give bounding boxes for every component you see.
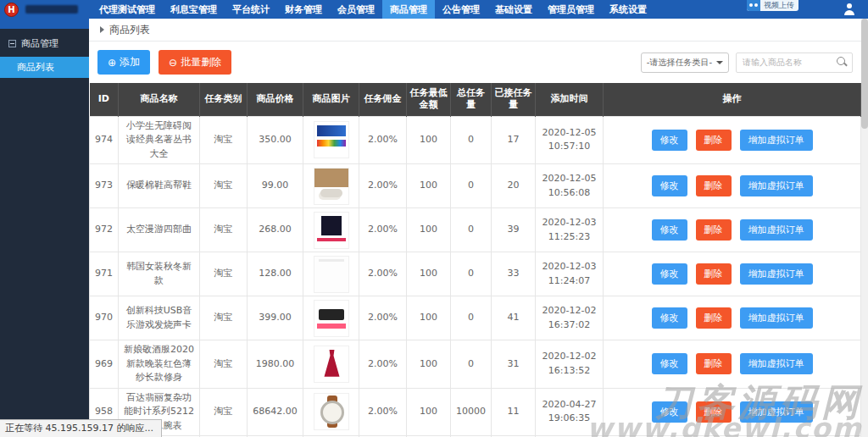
- cell-min_amount: 100: [407, 340, 451, 389]
- edit-button[interactable]: 修改: [652, 175, 687, 196]
- cell-accepted: 33: [492, 252, 536, 296]
- cell-price: 350.00: [248, 116, 303, 164]
- delete-button[interactable]: 删除: [696, 307, 732, 329]
- batch-delete-button[interactable]: ⊖ 批量删除: [159, 50, 231, 75]
- add-virtual-order-button[interactable]: 增加虚拟订单: [740, 130, 813, 151]
- add-virtual-order-button[interactable]: 增加虚拟订单: [740, 353, 813, 374]
- cell-commission: 2.00%: [359, 164, 407, 208]
- edit-button[interactable]: 修改: [652, 219, 687, 241]
- cell-total: 10000: [451, 388, 492, 436]
- chevron-down-icon: [716, 61, 723, 64]
- cell-price: 128.00: [248, 252, 303, 296]
- add-virtual-order-button[interactable]: 增加虚拟订单: [740, 401, 813, 423]
- cell-commission: 2.00%: [359, 296, 407, 340]
- search-input[interactable]: [736, 53, 853, 73]
- vertical-scrollbar[interactable]: [861, 19, 868, 437]
- nav-item-9[interactable]: 管理员管理: [540, 0, 602, 19]
- edit-button[interactable]: 修改: [652, 130, 687, 151]
- cell-product-image: [303, 116, 359, 164]
- toolbar: ⊕ 添加 ⊖ 批量删除 -请选择任务类目-: [89, 41, 861, 81]
- sidebar-group-product-management[interactable]: 商品管理: [0, 29, 89, 57]
- delete-button[interactable]: 删除: [696, 219, 732, 241]
- cell-commission: 2.00%: [359, 208, 407, 252]
- edit-button[interactable]: 修改: [652, 263, 687, 285]
- delete-button[interactable]: 删除: [696, 175, 732, 196]
- cell-accepted: 17: [492, 116, 536, 164]
- cell-id: 970: [90, 296, 119, 340]
- cell-id: 972: [90, 208, 119, 252]
- cell-actions: 修改删除增加虚拟订单: [604, 164, 861, 208]
- add-virtual-order-button[interactable]: 增加虚拟订单: [740, 307, 813, 329]
- nav-item-10[interactable]: 系统设置: [602, 0, 654, 19]
- nav-item-4[interactable]: 财务管理: [277, 0, 330, 19]
- cell-total: 0: [451, 116, 492, 164]
- cell-accepted: 31: [492, 340, 536, 389]
- cell-type: 淘宝: [200, 164, 248, 208]
- nav-item-5[interactable]: 会员管理: [330, 0, 382, 19]
- nav-item-1[interactable]: 代理测试管理: [92, 0, 163, 19]
- delete-button[interactable]: 删除: [696, 353, 732, 374]
- cell-type: 淘宝: [200, 388, 248, 436]
- column-header: 商品价格: [248, 83, 303, 116]
- cell-product-image: [303, 340, 359, 389]
- nav-item-2[interactable]: 利息宝管理: [163, 0, 225, 19]
- product-thumbnail-watch: [314, 393, 349, 430]
- cell-price: 399.00: [248, 296, 303, 340]
- cell-product-image: [303, 208, 359, 252]
- cell-type: 淘宝: [200, 116, 248, 164]
- browser-status-tooltip: 正在等待 45.195.159.17 的响应...: [0, 419, 162, 437]
- user-icon[interactable]: [843, 3, 856, 15]
- sidebar: 商品管理 商品列表: [0, 19, 89, 437]
- cell-total: 0: [451, 164, 492, 208]
- add-virtual-order-button[interactable]: 增加虚拟订单: [740, 219, 813, 241]
- delete-button[interactable]: 删除: [696, 263, 732, 285]
- cell-name: 保暖棉鞋高帮鞋: [119, 164, 200, 208]
- sidebar-item-product-list[interactable]: 商品列表: [0, 57, 89, 78]
- collapse-minus-icon: [8, 40, 16, 47]
- table-row: 970创新科技USB音乐游戏发烧声卡淘宝399.002.00%100041202…: [90, 296, 861, 340]
- add-virtual-order-button[interactable]: 增加虚拟订单: [740, 263, 813, 285]
- product-thumbnail-boxset: [314, 212, 349, 249]
- cell-name: 创新科技USB音乐游戏发烧声卡: [119, 296, 200, 340]
- table-row: 972太空漫游四部曲淘宝268.002.00%1000392020-12-03 …: [90, 208, 861, 252]
- cell-type: 淘宝: [200, 296, 248, 340]
- edit-button[interactable]: 修改: [652, 307, 687, 329]
- column-header: 商品名称: [119, 83, 200, 116]
- edit-button[interactable]: 修改: [652, 353, 687, 374]
- cell-min_amount: 100: [407, 252, 451, 296]
- table-row: 971韩国女装秋冬新款淘宝128.002.00%1000332020-12-03…: [90, 252, 861, 296]
- cell-time: 2020-12-03 11:25:23: [536, 208, 604, 252]
- product-thumbnail-soundcard: [314, 300, 349, 337]
- table-row: 974小学生无障碍阅读经典名著丛书大全淘宝350.002.00%10001720…: [90, 116, 861, 164]
- cell-total: 0: [451, 208, 492, 252]
- column-header: 任务类别: [200, 83, 248, 116]
- cell-total: 0: [451, 252, 492, 296]
- search-icon[interactable]: [837, 57, 848, 68]
- cell-commission: 2.00%: [359, 116, 407, 164]
- delete-button[interactable]: 删除: [696, 401, 732, 423]
- task-category-select[interactable]: -请选择任务类目-: [641, 53, 729, 73]
- video-upload-badge[interactable]: 视频上传: [747, 0, 798, 11]
- cell-actions: 修改删除增加虚拟订单: [604, 116, 861, 164]
- cell-accepted: 39: [492, 208, 536, 252]
- cell-name: 韩国女装秋冬新款: [119, 252, 200, 296]
- cell-actions: 修改删除增加虚拟订单: [604, 208, 861, 252]
- edit-button[interactable]: 修改: [652, 401, 687, 423]
- cell-name: 新娘敬酒服2020新款晚装红色薄纱长款修身: [119, 340, 200, 389]
- column-header: 商品图片: [303, 83, 359, 116]
- nav-item-6[interactable]: 商品管理: [382, 0, 435, 19]
- cell-time: 2020-12-02 16:37:02: [536, 296, 604, 340]
- add-button[interactable]: ⊕ 添加: [97, 50, 150, 75]
- add-virtual-order-button[interactable]: 增加虚拟订单: [740, 175, 813, 196]
- cell-accepted: 41: [492, 296, 536, 340]
- scrollbar-thumb[interactable]: [861, 19, 868, 129]
- video-upload-label: 视频上传: [764, 0, 794, 11]
- cell-commission: 2.00%: [359, 252, 407, 296]
- main-nav: 代理测试管理利息宝管理平台统计财务管理会员管理商品管理公告管理基础设置管理员管理…: [92, 0, 654, 19]
- product-thumbnail-blank: [314, 256, 349, 293]
- cell-total: 0: [451, 296, 492, 340]
- nav-item-7[interactable]: 公告管理: [435, 0, 487, 19]
- delete-button[interactable]: 删除: [696, 130, 732, 151]
- nav-item-3[interactable]: 平台统计: [225, 0, 277, 19]
- nav-item-8[interactable]: 基础设置: [487, 0, 540, 19]
